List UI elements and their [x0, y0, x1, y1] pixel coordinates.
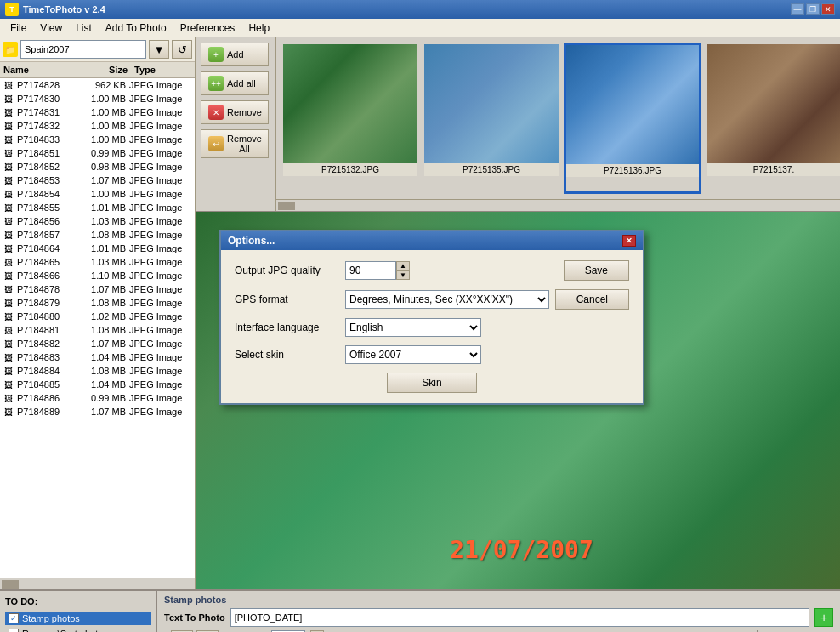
options-dialog: Options... ✕ Output JPG quality ▲ ▼ Save… [219, 230, 644, 405]
dialog-close-button[interactable]: ✕ [622, 235, 636, 247]
jpg-quality-up[interactable]: ▲ [396, 261, 410, 270]
jpg-quality-input[interactable] [345, 261, 396, 280]
options-overlay: Options... ✕ Output JPG quality ▲ ▼ Save… [0, 0, 840, 632]
skin-btn-row: Skin [235, 373, 629, 393]
dialog-title-text: Options... [228, 235, 275, 247]
skin-button[interactable]: Skin [387, 373, 476, 393]
cancel-button[interactable]: Cancel [555, 289, 629, 310]
dialog-body: Output JPG quality ▲ ▼ Save GPS format D… [221, 250, 643, 403]
jpg-quality-row: Output JPG quality ▲ ▼ Save [235, 260, 629, 281]
skin-row: Select skin Office 2007 Classic Dark [235, 345, 629, 364]
jpg-quality-label: Output JPG quality [235, 265, 345, 276]
lang-select[interactable]: English Russian German [345, 318, 481, 337]
save-button[interactable]: Save [564, 260, 629, 281]
gps-format-row: GPS format Degrees, Minutes, Sec (XX°XX'… [235, 289, 629, 310]
lang-label: Interface language [235, 322, 345, 333]
jpg-quality-spinner: ▲ ▼ [396, 261, 410, 280]
skin-select[interactable]: Office 2007 Classic Dark [345, 345, 481, 364]
jpg-quality-down[interactable]: ▼ [396, 270, 410, 280]
skin-label: Select skin [235, 349, 345, 361]
interface-lang-row: Interface language English Russian Germa… [235, 318, 629, 337]
gps-format-select[interactable]: Degrees, Minutes, Sec (XX°XX'XX") Decima… [345, 290, 549, 309]
gps-format-label: GPS format [235, 293, 345, 305]
dialog-title-bar: Options... ✕ [221, 231, 643, 250]
